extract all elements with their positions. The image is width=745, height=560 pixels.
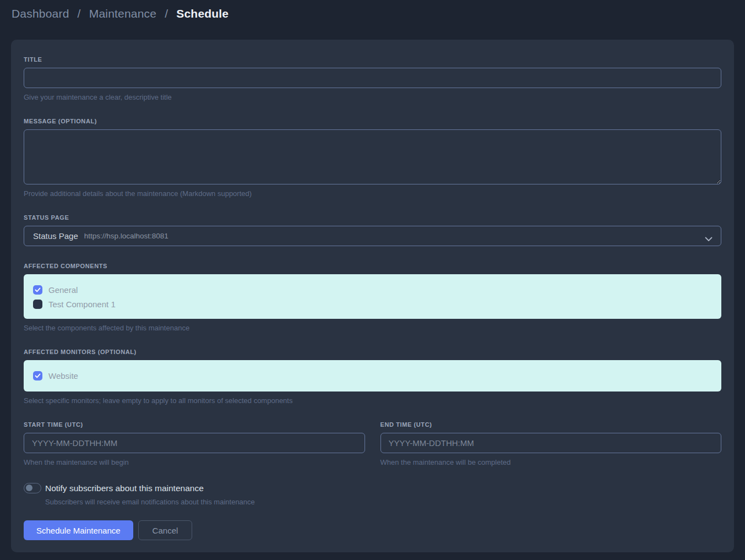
breadcrumb-item-dashboard[interactable]: Dashboard	[12, 7, 69, 20]
title-helper-text: Give your maintenance a clear, descripti…	[24, 93, 721, 101]
components-list: General Test Component 1	[24, 274, 721, 319]
components-field-group: AFFECTED COMPONENTS General Test Compone…	[24, 263, 721, 332]
status-page-selected-url: https://hsp.localhost:8081	[84, 232, 168, 240]
message-field-group: MESSAGE (OPTIONAL) Provide additional de…	[24, 118, 721, 198]
component-option-test-component-1[interactable]: Test Component 1	[33, 297, 712, 311]
chevron-down-icon	[705, 234, 713, 243]
notify-field-group: Notify subscribers about this maintenanc…	[24, 483, 721, 506]
breadcrumb: Dashboard / Maintenance / Schedule	[12, 7, 229, 20]
schedule-maintenance-form: TITLE Give your maintenance a clear, des…	[11, 40, 734, 552]
status-page-selected-option: Status Page	[33, 231, 78, 241]
end-time-field-group: END TIME (UTC) When the maintenance will…	[380, 421, 722, 466]
top-bar: Dashboard / Maintenance / Schedule	[0, 0, 745, 28]
message-label: MESSAGE (OPTIONAL)	[24, 118, 721, 124]
monitors-list: Website	[24, 360, 721, 392]
status-page-select[interactable]: Status Page https://hsp.localhost:8081	[24, 226, 721, 246]
start-time-helper-text: When the maintenance will begin	[24, 458, 365, 466]
checkbox-checked-icon[interactable]	[33, 371, 42, 380]
monitors-field-group: AFFECTED MONITORS (OPTIONAL) Website Sel…	[24, 349, 721, 405]
breadcrumb-item-maintenance[interactable]: Maintenance	[89, 7, 156, 20]
component-option-label: Test Component 1	[48, 300, 116, 309]
title-field-group: TITLE Give your maintenance a clear, des…	[24, 56, 721, 101]
components-helper-text: Select the components affected by this m…	[24, 324, 721, 332]
form-actions: Schedule Maintenance Cancel	[24, 520, 721, 540]
status-page-field-group: STATUS PAGE Status Page https://hsp.loca…	[24, 214, 721, 246]
notify-subscribers-toggle[interactable]	[24, 483, 41, 493]
notify-helper-text: Subscribers will receive email notificat…	[45, 498, 721, 506]
message-helper-text: Provide additional details about the mai…	[24, 189, 721, 198]
checkbox-unchecked-icon[interactable]	[33, 300, 42, 309]
end-time-input[interactable]	[380, 433, 722, 453]
message-textarea[interactable]	[24, 129, 721, 184]
monitors-label: AFFECTED MONITORS (OPTIONAL)	[24, 349, 721, 355]
cancel-button[interactable]: Cancel	[138, 520, 193, 540]
component-option-general[interactable]: General	[33, 282, 712, 297]
notify-subscribers-label: Notify subscribers about this maintenanc…	[45, 483, 204, 493]
end-time-label: END TIME (UTC)	[380, 421, 722, 428]
breadcrumb-current-page: Schedule	[176, 7, 229, 20]
breadcrumb-separator: /	[165, 7, 168, 20]
start-time-label: START TIME (UTC)	[24, 421, 365, 428]
title-input[interactable]	[24, 68, 721, 88]
start-time-field-group: START TIME (UTC) When the maintenance wi…	[24, 421, 365, 466]
breadcrumb-separator: /	[78, 7, 81, 20]
component-option-label: General	[48, 285, 78, 295]
schedule-maintenance-button[interactable]: Schedule Maintenance	[24, 520, 133, 540]
monitor-option-website[interactable]: Website	[33, 368, 712, 383]
status-page-label: STATUS PAGE	[24, 214, 721, 221]
components-label: AFFECTED COMPONENTS	[24, 263, 721, 269]
title-label: TITLE	[24, 56, 721, 63]
end-time-helper-text: When the maintenance will be completed	[380, 458, 722, 466]
checkbox-checked-icon[interactable]	[33, 285, 42, 295]
toggle-knob	[26, 485, 32, 491]
monitor-option-label: Website	[48, 371, 78, 380]
monitors-helper-text: Select specific monitors; leave empty to…	[24, 396, 721, 405]
time-fields-row: START TIME (UTC) When the maintenance wi…	[24, 421, 721, 466]
start-time-input[interactable]	[24, 433, 365, 453]
